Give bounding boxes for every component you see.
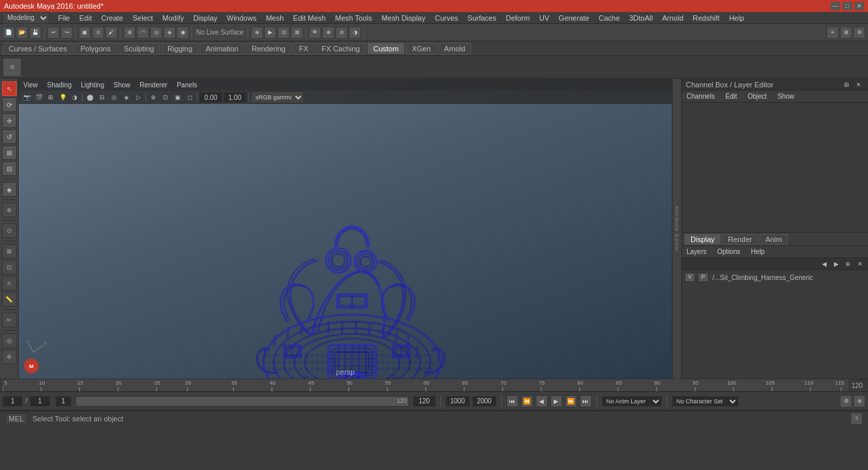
options-menu[interactable]: Options (715, 247, 742, 256)
tab-fx-caching[interactable]: FX Caching (316, 43, 366, 55)
measure-tool[interactable]: 📏 (2, 292, 17, 307)
snap-live-icon[interactable]: ◉ (177, 27, 189, 39)
menu-3dtoall[interactable]: 3DtoAll (627, 13, 655, 23)
menu-display[interactable]: Display (191, 13, 220, 23)
tab-rendering[interactable]: Rendering (246, 43, 292, 55)
mel-label[interactable]: MEL (5, 413, 27, 424)
open-file-icon[interactable]: 📂 (16, 27, 28, 39)
shading-icon[interactable]: ◑ (349, 27, 361, 39)
xray-icon[interactable]: ⊕ (322, 27, 334, 39)
tab-sculpting[interactable]: Sculpting (118, 43, 160, 55)
menu-cache[interactable]: Cache (596, 13, 622, 23)
skip-end-button[interactable]: ⏭ (580, 395, 592, 407)
layers-menu[interactable]: Layers (685, 247, 709, 256)
viewport-menu-panels[interactable]: Panels (175, 81, 199, 89)
render-icon[interactable]: ▶ (264, 27, 276, 39)
display-tab[interactable]: Display (685, 234, 721, 245)
vp-film-icon[interactable]: 🎬 (33, 92, 44, 103)
layer-p-button[interactable]: P (698, 273, 709, 282)
menu-help[interactable]: Help (727, 13, 747, 23)
selection-mode-icon[interactable]: ▣ (79, 27, 91, 39)
skip-start-button[interactable]: ⏮ (506, 395, 518, 407)
ipr-icon[interactable]: ⊡ (278, 27, 290, 39)
tab-rigging[interactable]: Rigging (161, 43, 198, 55)
display-settings-icon[interactable]: ⊠ (291, 27, 303, 39)
menu-deform[interactable]: Deform (504, 13, 532, 23)
misc-tool[interactable]: ◎ (2, 333, 17, 348)
attr-editor-icon[interactable]: ⊞ (840, 27, 852, 39)
snap-grid-icon[interactable]: ⊞ (123, 27, 135, 39)
auto-key-icon[interactable]: ⊕ (853, 395, 865, 407)
menu-mesh-tools[interactable]: Mesh Tools (333, 13, 374, 23)
layer-next-icon[interactable]: ▶ (831, 259, 841, 269)
render-tab[interactable]: Render (722, 234, 758, 245)
wireframe-icon[interactable]: ⊘ (336, 27, 348, 39)
vp-light-icon[interactable]: 💡 (57, 92, 68, 103)
pivot-tool[interactable]: ⊕ (2, 349, 17, 364)
select-tool[interactable]: ↖ (2, 81, 17, 96)
shelf-icon-1[interactable]: ⊙ (3, 58, 21, 77)
attribute-editor-tab[interactable]: Attribute Editor (672, 79, 681, 379)
help-line-icon[interactable]: ? (851, 413, 863, 425)
layer-item[interactable]: V P /...Sit_Climbing_Harness_Generic (682, 270, 868, 285)
anim-preferences-icon[interactable]: ⚙ (840, 395, 852, 407)
menu-file[interactable]: File (56, 13, 72, 23)
layer-delete-icon[interactable]: ✕ (855, 259, 865, 269)
lasso-icon[interactable]: ⊙ (92, 27, 104, 39)
menu-select[interactable]: Select (131, 13, 155, 23)
tab-custom[interactable]: Custom (368, 43, 405, 54)
panel-float-icon[interactable]: ⊞ (841, 79, 852, 90)
step-back-button[interactable]: ⏪ (521, 395, 533, 407)
history-icon[interactable]: ⊕ (251, 27, 263, 39)
mode-dropdown[interactable]: Modeling (3, 12, 49, 24)
play-forward-button[interactable]: ▶ (550, 395, 562, 407)
menu-mesh[interactable]: Mesh (264, 13, 286, 23)
minimize-button[interactable]: — (831, 2, 840, 10)
viewport-menu-shading[interactable]: Shading (45, 81, 74, 89)
save-file-icon[interactable]: 💾 (29, 27, 41, 39)
snap-together[interactable]: ⊠ (2, 244, 17, 259)
character-set-dropdown[interactable]: No Character Set (672, 396, 739, 407)
paint-select-icon[interactable]: 🖌 (105, 27, 117, 39)
menu-curves[interactable]: Curves (433, 13, 460, 23)
range-start-input[interactable] (55, 396, 71, 407)
redo-icon[interactable]: ↪ (61, 27, 73, 39)
vp-motion-icon[interactable]: ▷ (133, 92, 143, 103)
transform-tool[interactable]: ⊟ (2, 161, 17, 176)
lasso-select-tool[interactable]: ⟳ (2, 97, 17, 112)
show-hide-icon[interactable]: 👁 (309, 27, 321, 39)
frame-end-input[interactable] (30, 396, 50, 407)
channels-menu[interactable]: Channels (685, 92, 717, 101)
vp-shadow-icon[interactable]: ◎ (109, 92, 119, 103)
layer-vis-button[interactable]: V (685, 273, 695, 282)
rotate-tool[interactable]: ↺ (2, 129, 17, 144)
snap-surface-icon[interactable]: ◈ (163, 27, 175, 39)
soft-mod-tool[interactable]: ◈ (2, 182, 17, 197)
snap-align[interactable]: ≡ (2, 276, 17, 291)
play-back-button[interactable]: ◀ (536, 395, 548, 407)
tool-settings-icon[interactable]: ⚙ (853, 27, 865, 39)
new-file-icon[interactable]: 📄 (3, 27, 15, 39)
current-frame-input[interactable] (3, 396, 23, 407)
menu-uv[interactable]: UV (537, 13, 551, 23)
help-menu[interactable]: Help (749, 247, 767, 256)
edit-menu[interactable]: Edit (723, 92, 739, 101)
vp-slate-icon[interactable]: ◻ (184, 92, 195, 103)
exposure-input[interactable] (199, 92, 222, 103)
panel-close-icon[interactable]: ✕ (853, 79, 864, 90)
close-button[interactable]: ✕ (855, 2, 864, 10)
menu-edit[interactable]: Edit (77, 13, 94, 23)
vp-resolution-icon[interactable]: ⊡ (160, 92, 171, 103)
menu-surfaces[interactable]: Surfaces (466, 13, 498, 23)
vp-color-icon[interactable]: ⬤ (85, 92, 95, 103)
maximize-button[interactable]: □ (843, 2, 852, 10)
last-tool[interactable]: ⊙ (2, 223, 17, 238)
tab-animation[interactable]: Animation (199, 43, 244, 55)
vp-isolate-icon[interactable]: ⊕ (148, 92, 159, 103)
grease-pencil[interactable]: ✏ (2, 313, 17, 327)
loop-end-input[interactable] (472, 396, 496, 407)
show-manip-tool[interactable]: ⊕ (2, 203, 17, 217)
color-space-dropdown[interactable]: sRGB gamma (251, 91, 304, 103)
tab-polygons[interactable]: Polygons (74, 43, 116, 55)
show-menu[interactable]: Show (775, 92, 796, 101)
